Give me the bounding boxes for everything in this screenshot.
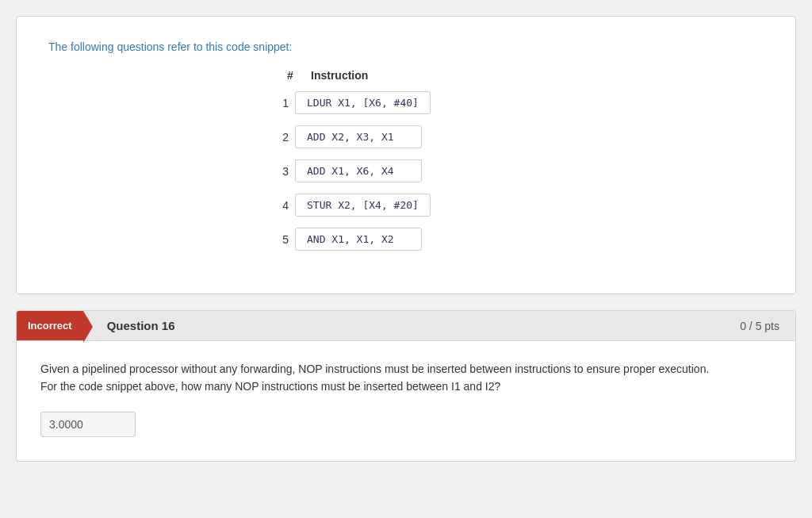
code-snippet-card: The following questions refer to this co… bbox=[16, 16, 796, 294]
row-num-1: 1 bbox=[271, 97, 295, 109]
incorrect-badge: Incorrect bbox=[17, 311, 83, 340]
card-intro: The following questions refer to this co… bbox=[48, 40, 764, 53]
row-num-3: 3 bbox=[271, 165, 295, 178]
col-instruction-header: Instruction bbox=[311, 69, 368, 82]
question-title-area: Question 16 bbox=[83, 311, 725, 340]
instruction-row-5: 5 AND X1, X1, X2 bbox=[271, 228, 541, 251]
question-body-line2: For the code snippet above, how many NOP… bbox=[40, 380, 500, 393]
question-points: 0 / 5 pts bbox=[724, 311, 795, 340]
instruction-row-4: 4 STUR X2, [X4, #20] bbox=[271, 194, 541, 217]
question-section: Incorrect Question 16 0 / 5 pts Given a … bbox=[16, 310, 796, 462]
instruction-code-1: LDUR X1, [X6, #40] bbox=[295, 91, 431, 114]
instruction-code-3: ADD X1, X6, X4 bbox=[295, 159, 422, 182]
row-num-4: 4 bbox=[271, 199, 295, 212]
question-title: Question 16 bbox=[107, 319, 175, 332]
instruction-table: # Instruction 1 LDUR X1, [X6, #40] 2 ADD… bbox=[271, 69, 541, 251]
question-body: Given a pipelined processor without any … bbox=[17, 341, 795, 461]
instruction-code-5: AND X1, X1, X2 bbox=[295, 228, 422, 251]
row-num-2: 2 bbox=[271, 131, 295, 144]
instruction-code-2: ADD X2, X3, X1 bbox=[295, 125, 422, 148]
question-header: Incorrect Question 16 0 / 5 pts bbox=[17, 311, 795, 341]
instruction-row-3: 3 ADD X1, X6, X4 bbox=[271, 159, 541, 182]
instruction-table-header: # Instruction bbox=[271, 69, 541, 82]
page-container: The following questions refer to this co… bbox=[0, 0, 812, 493]
instruction-row-1: 1 LDUR X1, [X6, #40] bbox=[271, 91, 541, 114]
instruction-row-2: 2 ADD X2, X3, X1 bbox=[271, 125, 541, 148]
question-body-line1: Given a pipelined processor without any … bbox=[40, 363, 709, 375]
instruction-code-4: STUR X2, [X4, #20] bbox=[295, 194, 431, 217]
answer-input[interactable] bbox=[40, 412, 136, 437]
row-num-5: 5 bbox=[271, 233, 295, 246]
col-num-header: # bbox=[287, 69, 311, 82]
question-text: Given a pipelined processor without any … bbox=[40, 360, 772, 396]
